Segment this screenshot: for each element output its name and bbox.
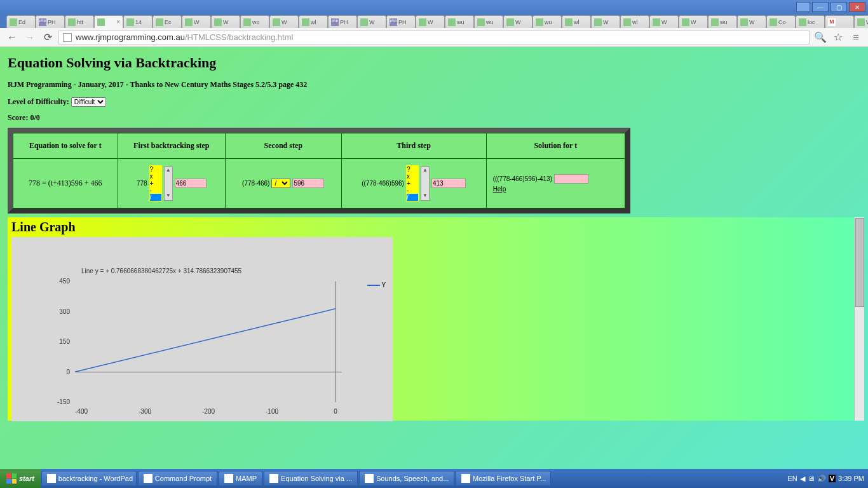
step1-prefix: 778 — [137, 180, 147, 187]
app-icon — [47, 474, 56, 483]
step2-prefix: (778-466) — [242, 180, 269, 187]
browser-tab[interactable]: phpPH — [386, 15, 416, 28]
svg-text:-300: -300 — [139, 408, 151, 415]
svg-text:300: 300 — [59, 308, 70, 315]
browser-tab[interactable]: wu — [532, 15, 562, 28]
step3-value-input[interactable] — [431, 179, 466, 188]
system-tray: EN ◀ 🖥 🔊 V 3:39 PM — [783, 475, 868, 483]
user-icon[interactable] — [796, 2, 810, 12]
browser-tab[interactable]: 14 — [123, 15, 153, 28]
step3-op-list[interactable]: ?x+-/ — [406, 165, 419, 201]
app-icon — [461, 474, 470, 483]
svg-text:-150: -150 — [57, 398, 70, 405]
tray-icon[interactable]: 🔊 — [817, 475, 826, 483]
browser-tab[interactable]: wu — [474, 15, 503, 28]
taskbar-item[interactable]: MAMP — [219, 471, 262, 486]
page-icon — [63, 33, 72, 42]
chart-equation: Line y = + 0.7660668380462725x + 314.786… — [81, 268, 241, 274]
chart-title: Line Graph — [8, 217, 864, 237]
browser-tab[interactable]: wo — [240, 15, 269, 28]
taskbar-item[interactable]: Mozilla Firefox Start P... — [456, 471, 551, 486]
svg-text:-100: -100 — [266, 408, 278, 415]
col-step2: Second step — [225, 133, 341, 159]
browser-tab[interactable]: W — [591, 15, 620, 28]
tray-icon[interactable]: 🖥 — [808, 475, 815, 482]
browser-tab[interactable]: W — [211, 15, 240, 28]
step2-value-input[interactable] — [292, 179, 324, 188]
browser-tab[interactable]: wl — [620, 15, 649, 28]
tray-icon[interactable]: ◀ — [800, 475, 805, 483]
window-titlebar: — ▢ ✕ — [0, 0, 868, 14]
taskbar-item[interactable]: Command Prompt — [138, 471, 217, 486]
step2-op-select[interactable]: / — [271, 179, 290, 188]
forward-button[interactable]: → — [23, 30, 37, 44]
svg-line-12 — [75, 309, 336, 372]
browser-tab[interactable]: W — [679, 15, 708, 28]
difficulty-select[interactable]: Difficult — [71, 97, 106, 107]
browser-tab[interactable]: wl — [299, 15, 328, 28]
browser-tab[interactable]: Ed — [6, 15, 36, 28]
browser-tab[interactable]: Co — [766, 15, 796, 28]
minimize-button[interactable]: — — [812, 2, 829, 12]
browser-tab[interactable]: W — [182, 15, 211, 28]
col-equation: Equation to solve for t — [13, 133, 118, 159]
browser-tab[interactable]: htt — [65, 15, 94, 28]
tray-icon[interactable]: V — [829, 475, 836, 482]
address-bar: ← → ⟳ www.rjmprogramming.com.au/HTMLCSS/… — [0, 28, 868, 47]
language-indicator[interactable]: EN — [787, 475, 797, 482]
maximize-button[interactable]: ▢ — [831, 2, 847, 12]
step1-op-list[interactable]: ?x+-/ — [149, 165, 162, 201]
difficulty-row: Level of Difficulty: Difficult — [8, 97, 860, 107]
section-scrollbar[interactable] — [854, 217, 864, 421]
browser-tab[interactable]: W — [854, 15, 868, 28]
svg-text:-400: -400 — [75, 408, 88, 415]
page-content: Equation Solving via Backtracking RJM Pr… — [0, 47, 868, 469]
step3-scroll[interactable]: ▲▼ — [421, 166, 430, 201]
chart-legend: Y — [367, 281, 386, 288]
back-button[interactable]: ← — [5, 30, 19, 44]
step1-scroll[interactable]: ▲▼ — [164, 166, 173, 201]
windows-logo-icon — [6, 473, 17, 484]
score-label: Score: 0/0 — [8, 113, 860, 123]
solution-input[interactable] — [554, 174, 588, 184]
browser-tab[interactable]: M — [825, 15, 854, 28]
url-field[interactable]: www.rjmprogramming.com.au/HTMLCSS/backtr… — [58, 30, 810, 44]
svg-text:0: 0 — [334, 408, 337, 415]
browser-tabstrip: EdphpPHhtt×14EcWWwoWwlphpPHWphpPHWwuwuWw… — [0, 14, 868, 28]
star-icon[interactable]: ☆ — [831, 30, 845, 44]
help-link[interactable]: Help — [493, 186, 506, 193]
browser-tab[interactable]: W — [649, 15, 679, 28]
tab-close-icon[interactable]: × — [116, 18, 120, 25]
clock[interactable]: 3:39 PM — [838, 475, 864, 482]
browser-tab[interactable]: phpPH — [328, 15, 357, 28]
svg-text:450: 450 — [59, 278, 70, 285]
browser-tab[interactable]: × — [94, 15, 123, 28]
step2-cell: (778-466) / — [225, 159, 341, 208]
equation-cell: 778 = (t+413)596 + 466 — [13, 159, 118, 208]
step3-cell: ((778-466)596) ?x+-/ ▲▼ — [341, 159, 486, 208]
browser-tab[interactable]: W — [737, 15, 766, 28]
app-icon — [269, 474, 278, 483]
menu-icon[interactable]: ≡ — [849, 30, 863, 44]
taskbar-item[interactable]: Equation Solving via ... — [264, 471, 358, 486]
browser-tab[interactable]: wu — [708, 15, 737, 28]
browser-tab[interactable]: phpPH — [36, 15, 65, 28]
browser-tab[interactable]: wl — [562, 15, 591, 28]
zoom-icon[interactable]: 🔍 — [813, 30, 827, 44]
browser-tab[interactable]: W — [416, 15, 445, 28]
close-button[interactable]: ✕ — [849, 2, 865, 12]
start-button[interactable]: start — [0, 469, 41, 488]
app-icon — [144, 474, 153, 483]
taskbar-item[interactable]: backtracking - WordPad — [41, 471, 137, 486]
browser-tab[interactable]: W — [357, 15, 386, 28]
browser-tab[interactable]: loc — [796, 15, 825, 28]
step1-value-input[interactable] — [175, 179, 207, 188]
browser-tab[interactable]: wu — [445, 15, 474, 28]
taskbar-item[interactable]: Sounds, Speech, and... — [359, 471, 454, 486]
browser-tab[interactable]: Ec — [153, 15, 182, 28]
solution-cell: (((778-466)596)-413) Help — [486, 159, 625, 208]
reload-button[interactable]: ⟳ — [41, 30, 55, 44]
browser-tab[interactable]: W — [269, 15, 299, 28]
browser-tab[interactable]: W — [503, 15, 532, 28]
col-step3: Third step — [341, 133, 486, 159]
